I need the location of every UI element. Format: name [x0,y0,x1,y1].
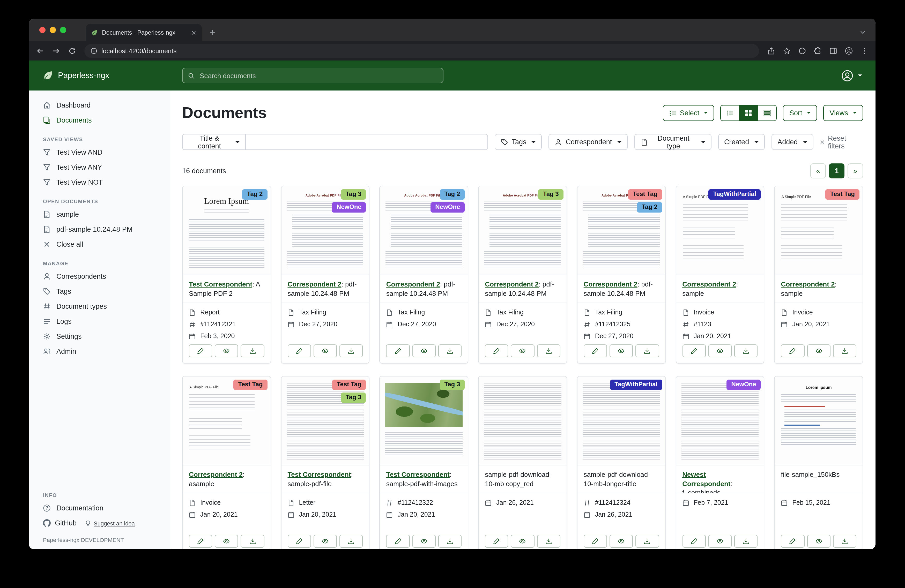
sidebar-item-documents[interactable]: Documents [29,113,170,128]
preview-button[interactable] [215,535,238,548]
preview-button[interactable] [708,535,732,548]
document-type-filter-button[interactable]: Document type [634,134,711,150]
added-filter-button[interactable]: Added [771,134,813,150]
reload-button[interactable] [68,47,76,55]
pagination-prev[interactable]: « [810,163,826,178]
tab-close-icon[interactable] [191,30,197,35]
correspondent-link[interactable]: Test Correspondent [386,471,450,479]
correspondent-link[interactable]: Test Correspondent [287,471,351,479]
tag-badge[interactable]: Test Tag [233,380,267,390]
views-button[interactable]: Views [823,105,863,121]
suggest-idea-link[interactable]: Suggest an idea [85,520,135,526]
preview-button[interactable] [708,344,732,357]
correspondent-link[interactable]: Correspondent 2 [287,280,341,288]
document-preview-thumbnail[interactable]: A Simple PDF File TagWithPartial [676,186,764,275]
download-button[interactable] [833,535,856,548]
preview-button[interactable] [610,535,633,548]
sidebar-item-documentation[interactable]: Documentation [29,501,170,516]
download-button[interactable] [438,344,462,357]
edit-button[interactable] [485,344,508,357]
edit-button[interactable] [485,535,508,548]
sidebar-item-open-doc-sample[interactable]: sample [29,207,170,222]
sidebar-item-tags[interactable]: Tags [29,284,170,299]
document-title-link[interactable]: sample-pdf-download-10-mb-longer-title [578,466,665,493]
document-title-link[interactable]: Test Correspondent: A Sample PDF 2 [183,275,270,303]
document-preview-thumbnail[interactable] [479,377,566,466]
browser-menu-icon[interactable] [861,47,868,55]
download-button[interactable] [537,344,560,357]
preview-button[interactable] [807,344,830,357]
document-preview-thumbnail[interactable]: TagWithPartial [578,377,665,466]
download-button[interactable] [438,535,462,548]
correspondent-link[interactable]: Newest Correspondent [682,471,730,487]
edit-button[interactable] [189,535,212,548]
tags-filter-button[interactable]: Tags [495,134,542,150]
edit-button[interactable] [287,344,311,357]
preview-button[interactable] [215,344,238,357]
download-button[interactable] [734,344,757,357]
tag-badge[interactable]: Tag 2 [243,189,268,200]
preview-button[interactable] [412,535,435,548]
edit-button[interactable] [386,535,410,548]
app-brand[interactable]: Paperless-ngx [29,70,170,81]
document-preview-thumbnail[interactable]: Lorem ipsum [775,377,862,466]
title-content-dropdown[interactable]: Title & content [182,134,246,150]
preview-button[interactable] [610,344,633,357]
document-preview-thumbnail[interactable]: Adobe Acrobat PDF Files Test TagTag 2 [578,186,665,275]
document-title-link[interactable]: Test Correspondent: sample-pdf-file [281,466,369,493]
preview-button[interactable] [511,535,534,548]
correspondent-link[interactable]: Correspondent 2 [682,280,736,288]
forward-button[interactable] [52,47,60,55]
tag-badge[interactable]: Test Tag [826,189,859,200]
sidebar-item-admin[interactable]: Admin [29,344,170,359]
document-title-link[interactable]: Correspondent 2: pdf-sample 10.24.48 PM [380,275,468,303]
document-title-link[interactable]: Correspondent 2: asample [183,466,270,493]
download-button[interactable] [636,344,659,357]
tag-badge[interactable]: Tag 2 [637,202,662,212]
download-button[interactable] [734,535,757,548]
new-tab-button[interactable] [209,29,216,36]
browser-tab[interactable]: Documents - Paperless-ngx [86,24,202,41]
github-link[interactable]: GitHub [55,519,76,527]
sidebar-item-settings[interactable]: Settings [29,329,170,344]
download-button[interactable] [537,535,560,548]
correspondent-link[interactable]: Correspondent 2 [485,280,539,288]
correspondent-link[interactable]: Test Correspondent [189,280,252,288]
tag-badge[interactable]: TagWithPartial [610,380,662,390]
share-icon[interactable] [767,47,775,55]
edit-button[interactable] [287,535,311,548]
list-view-button[interactable] [721,105,740,121]
document-title-link[interactable]: Correspondent 2: pdf-sample 10.24.48 PM [578,275,665,303]
document-preview-thumbnail[interactable]: Lorem Ipsum Tag 2 [183,186,270,275]
sidebar-item-dashboard[interactable]: Dashboard [29,98,170,113]
document-title-link[interactable]: Test Correspondent: sample-pdf-with-imag… [380,466,468,493]
sidebar-item-correspondents[interactable]: Correspondents [29,269,170,284]
document-preview-thumbnail[interactable]: A Simple PDF File Test Tag [775,186,862,275]
tag-badge[interactable]: Tag 2 [440,189,465,200]
tag-badge[interactable]: NewOne [727,380,761,390]
document-title-link[interactable]: sample-pdf-download-10-mb copy_red [479,466,566,493]
download-button[interactable] [241,535,264,548]
edit-button[interactable] [189,344,212,357]
close-window-button[interactable] [39,27,46,33]
pagination-next[interactable]: » [848,163,863,178]
edit-button[interactable] [584,535,607,548]
back-button[interactable] [36,47,44,55]
sidebar-item-test-view-and[interactable]: Test View AND [29,145,170,160]
edit-button[interactable] [584,344,607,357]
correspondent-filter-button[interactable]: Correspondent [549,134,628,150]
side-panel-icon[interactable] [829,47,837,55]
preview-button[interactable] [412,344,435,357]
document-title-link[interactable]: Newest Correspondent: f_combineds [676,466,764,493]
sidebar-item-open-doc-pdf-sample[interactable]: pdf-sample 10.24.48 PM [29,222,170,237]
document-preview-thumbnail[interactable]: NewOne [676,377,764,466]
tag-badge[interactable]: NewOne [332,202,366,212]
document-title-link[interactable]: Correspondent 2: pdf-sample 10.24.48 PM [479,275,566,303]
circle-badge-icon[interactable] [799,47,806,55]
edit-button[interactable] [682,535,705,548]
tag-badge[interactable]: Test Tag [332,380,366,390]
edit-button[interactable] [386,344,410,357]
document-title-link[interactable]: file-sample_150kBs [775,466,862,493]
preview-button[interactable] [314,535,337,548]
document-preview-thumbnail[interactable]: Tag 3 [380,377,468,466]
